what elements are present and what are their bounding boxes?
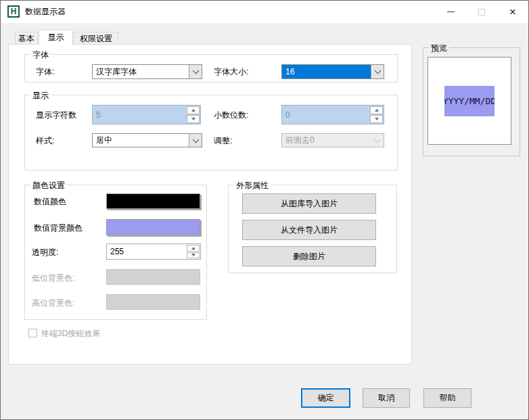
arrow-up-icon[interactable] bbox=[187, 245, 200, 252]
font-size-label: 字体大小: bbox=[214, 67, 248, 76]
arrow-down-icon[interactable] bbox=[187, 252, 200, 259]
terminal-3d-checkbox bbox=[28, 329, 37, 337]
high-bg-color-label: 高位背景色: bbox=[32, 298, 74, 308]
arrow-up-icon bbox=[370, 106, 383, 114]
low-bg-color-label: 低位背景色: bbox=[32, 273, 74, 283]
opacity-label: 透明度: bbox=[32, 248, 58, 257]
minimize-icon bbox=[447, 11, 455, 12]
font-group-title: 字体 bbox=[30, 49, 51, 61]
style-label: 样式: bbox=[36, 136, 54, 145]
close-icon: × bbox=[509, 6, 516, 18]
chevron-down-icon[interactable] bbox=[371, 65, 384, 78]
font-family-label: 字体: bbox=[36, 67, 54, 76]
opacity-value: 255 bbox=[107, 244, 186, 259]
arrow-up-icon bbox=[187, 106, 200, 114]
high-bg-color-swatch bbox=[106, 294, 200, 310]
arrow-down-icon bbox=[370, 115, 383, 123]
adjust-value: 前面去0 bbox=[282, 134, 371, 147]
preview-text: YYYY/MM/DD bbox=[444, 96, 495, 106]
value-bg-color-swatch[interactable] bbox=[106, 219, 200, 235]
style-select[interactable]: 居中 bbox=[92, 133, 202, 147]
tab-basic[interactable]: 基本 bbox=[15, 32, 38, 45]
delete-image-button[interactable]: 删除图片 bbox=[242, 246, 376, 266]
decimal-places-spinner: 0 bbox=[281, 105, 384, 124]
chevron-down-icon bbox=[371, 134, 384, 147]
char-count-label: 显示字符数 bbox=[36, 110, 76, 120]
low-bg-color-swatch bbox=[106, 269, 200, 285]
font-family-value: 汉字库字体 bbox=[93, 65, 189, 78]
color-group-title: 颜色设置 bbox=[30, 180, 67, 191]
char-count-value: 5 bbox=[93, 106, 186, 124]
preview-group-title: 预览 bbox=[429, 43, 449, 54]
tab-display[interactable]: 显示 bbox=[39, 30, 73, 45]
maximize-button bbox=[466, 1, 497, 23]
preview-display-element: YYYY/MM/DD bbox=[444, 86, 495, 116]
shape-group-title: 外形属性 bbox=[234, 180, 271, 191]
app-icon: H bbox=[7, 5, 20, 18]
import-from-gallery-button[interactable]: 从图库导入图片 bbox=[242, 193, 376, 214]
adjust-select: 前面去0 bbox=[281, 133, 384, 147]
cancel-button[interactable]: 取消 bbox=[363, 388, 410, 408]
window-title: 数据显示器 bbox=[25, 1, 66, 23]
minimize-button[interactable] bbox=[435, 1, 466, 23]
decimal-places-label: 小数位数: bbox=[214, 110, 248, 120]
display-group-title: 显示 bbox=[30, 90, 51, 101]
close-button[interactable]: × bbox=[497, 1, 528, 23]
terminal-3d-label: 终端3D按钮效果 bbox=[41, 329, 100, 338]
maximize-icon bbox=[478, 9, 485, 16]
opacity-spinner[interactable]: 255 bbox=[106, 243, 201, 260]
value-bg-color-label: 数值背景颜色 bbox=[34, 223, 83, 233]
import-from-file-button[interactable]: 从文件导入图片 bbox=[242, 220, 376, 240]
value-color-swatch[interactable] bbox=[106, 193, 200, 209]
chevron-down-icon[interactable] bbox=[189, 65, 202, 78]
char-count-spinner: 5 bbox=[92, 105, 201, 124]
ok-button[interactable]: 确定 bbox=[301, 388, 350, 408]
adjust-label: 调整: bbox=[214, 136, 232, 145]
titlebar[interactable]: H 数据显示器 × bbox=[1, 1, 528, 23]
style-value: 居中 bbox=[93, 134, 189, 147]
font-size-select[interactable]: 16 bbox=[281, 64, 384, 79]
decimal-places-value: 0 bbox=[282, 106, 369, 124]
data-display-dialog: H 数据显示器 × 基本 显示 权限设置 字体 字体: 汉字库字体 字体大小: … bbox=[0, 0, 529, 420]
help-button[interactable]: 帮助 bbox=[423, 388, 472, 408]
value-color-label: 数值颜色 bbox=[34, 197, 66, 206]
chevron-down-icon[interactable] bbox=[189, 134, 202, 147]
arrow-down-icon bbox=[187, 115, 200, 123]
font-family-select[interactable]: 汉字库字体 bbox=[92, 64, 202, 79]
font-size-value: 16 bbox=[282, 65, 371, 78]
tab-permissions[interactable]: 权限设置 bbox=[74, 32, 118, 45]
